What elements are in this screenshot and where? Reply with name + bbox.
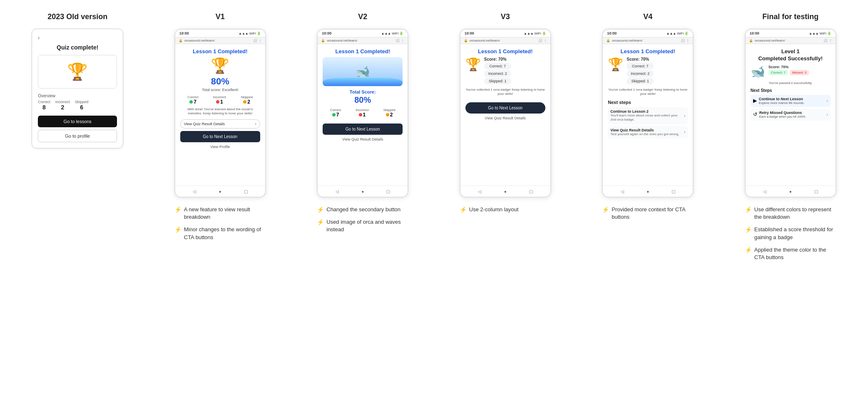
incorrect-dot-v2: [359, 113, 362, 116]
bullet-v3-0: ⚡ Use 2-column layout: [460, 206, 551, 213]
phone-content-v1: Lesson 1 Completed! 🏆 80% Total score: E…: [175, 44, 265, 185]
final-step-label-1: Retry Missed Questions: [759, 111, 827, 115]
orca-icon-final: 🐋: [751, 65, 765, 79]
skipped-item: Skipped 6: [75, 100, 89, 111]
bullets-v2: ⚡ Changed the secondary button ⚡ Used im…: [317, 206, 408, 239]
correct-badge-v4: Correct: 7: [627, 63, 654, 69]
phone-v4: 10:00 ▲▲▲ WiFi 🔋 🔒 orcasound.net/learn/ …: [602, 29, 694, 198]
view-quiz-result-btn-v1[interactable]: View Quiz Result Details ›: [180, 119, 260, 129]
incorrect-stat-label-v1: Incorrect: [213, 95, 226, 99]
bullet-text-final-2: Applied the theme color to the CTA butto…: [754, 246, 836, 261]
lesson-completed-v3: Lesson 1 Completed!: [465, 48, 545, 54]
wifi-icon-final: WiFi: [820, 32, 826, 35]
orca-text-v4: You've collected 1 orca badge! Keep list…: [608, 88, 688, 96]
bullets-v1: ⚡ A new feature to view result breakdown…: [174, 206, 266, 246]
next-step-item-v4-1[interactable]: View Quiz Result Details Test yourself a…: [608, 126, 688, 138]
view-quiz-link-v3[interactable]: View Quiz Result Details: [465, 116, 545, 120]
address-bar-final[interactable]: 🔒 orcasound.net/learn/ ⬜ ⋮: [746, 37, 836, 44]
lightning-icon-v1-1: ⚡: [174, 226, 182, 233]
next-steps-title-v4: Next steps: [608, 100, 688, 105]
next-step-item-v4-0[interactable]: Continue to Lesson 2 You'll learn more a…: [608, 107, 688, 124]
missed-badge-final: Missed: 3: [790, 70, 809, 75]
signal-icon-v3: ▲▲▲: [524, 32, 534, 35]
correct-badge-final: Correct: 7: [769, 70, 788, 75]
home-nav-v4[interactable]: ●: [644, 188, 652, 194]
final-step-text-0: Continue to Next Lesson Explore more mar…: [759, 97, 827, 105]
back-arrow[interactable]: ‹: [38, 35, 117, 41]
chevron-right-icon: ›: [255, 122, 256, 126]
address-bar-v2[interactable]: 🔒 orcasound.net/learn/ ⬜ ⋮: [318, 37, 408, 44]
back-nav-v4[interactable]: ◁: [618, 188, 627, 194]
address-bar-v4[interactable]: 🔒 orcasound.net/learn/ ⬜ ⋮: [603, 37, 693, 44]
home-nav-v3[interactable]: ●: [501, 188, 510, 194]
bullet-v2-1: ⚡ Used image of orca and waves instead: [317, 218, 408, 233]
next-step-final-1[interactable]: ↺ Retry Missed Questions Earn a badge wh…: [751, 109, 831, 121]
back-nav-v3[interactable]: ◁: [475, 188, 484, 194]
go-to-next-lesson-btn-v1[interactable]: Go to Next Lesson: [180, 131, 260, 142]
time-v4: 10:00: [607, 31, 617, 35]
trophy-box: 🏆: [38, 55, 117, 89]
well-done-v1: Well done! You've learned about the ocea…: [180, 107, 260, 116]
tab-icon-v4: ⬜: [681, 39, 685, 42]
total-score-label-v2: Total Score:: [323, 89, 403, 94]
back-nav-v2[interactable]: ◁: [333, 188, 341, 194]
status-icons-v4: ▲▲▲ WiFi 🔋: [666, 32, 689, 35]
next-step-text-v4-0: Continue to Lesson 2 You'll learn more a…: [610, 109, 684, 122]
square-nav-v4[interactable]: ▢: [669, 188, 678, 194]
globe-icon-v2: 🔒: [321, 39, 325, 42]
view-profile-link-v1[interactable]: View Profile: [180, 145, 260, 149]
square-nav-final[interactable]: ▢: [812, 188, 820, 194]
trophy-left-v4: 🏆 Score: 70% Correct: 7 Incorrect: 2 Ski…: [608, 57, 688, 84]
column-final: Final for testing 10:00 ▲▲▲ WiFi 🔋 🔒 orc…: [721, 12, 860, 266]
time-v3: 10:00: [465, 31, 474, 35]
phone-content-v2: Lesson 1 Completed! 🐋 Total Score: 80% C…: [318, 44, 408, 185]
address-bar-v1[interactable]: 🔒 orcasound.net/learn/ ⬜ ⋮: [175, 37, 265, 44]
square-nav-v3[interactable]: ▢: [527, 188, 535, 194]
lightning-icon-v3-0: ⚡: [460, 206, 467, 213]
view-quiz-link-v2[interactable]: View Quiz Result Details: [323, 137, 403, 141]
skipped-stat-v1: Skipped 2: [241, 95, 253, 105]
correct-item: Correct 8: [38, 100, 50, 111]
correct-stat-v1: Correct 7: [187, 95, 198, 105]
go-to-next-lesson-btn-v2[interactable]: Go to Next Lesson: [323, 124, 403, 135]
chevron-final-1: ›: [826, 112, 828, 117]
home-nav-v1[interactable]: ●: [216, 188, 224, 194]
chevron-v4-0: ›: [684, 114, 685, 118]
lightning-icon-v4-0: ⚡: [602, 206, 609, 213]
square-nav-v2[interactable]: ▢: [384, 188, 393, 194]
go-to-profile-button[interactable]: Go to profile: [38, 130, 117, 142]
correct-stat-v2: Correct 7: [330, 108, 341, 118]
skipped-dot-v1: [243, 100, 246, 104]
back-nav-v1[interactable]: ◁: [190, 188, 199, 194]
score-percent-v2: 80%: [323, 95, 403, 105]
status-bar-v4: 10:00 ▲▲▲ WiFi 🔋: [603, 30, 693, 37]
lightning-icon-final-2: ⚡: [745, 247, 752, 253]
go-to-lessons-button[interactable]: Go to lessons: [38, 116, 117, 127]
next-step-final-0[interactable]: ▶ Continue to Next Lesson Explore more m…: [751, 95, 831, 107]
final-step-desc-0: Explore more marine life sounds.: [759, 101, 827, 105]
incorrect-dot-v1: [216, 100, 219, 104]
score-label-v1: Total score: Excellent!: [180, 88, 260, 92]
skipped-badge-v4: Skipped: 1: [627, 78, 654, 84]
overview-section: Overview Correct 8 Incorrect 2 Skipped 6: [38, 94, 117, 111]
home-nav-final[interactable]: ●: [786, 188, 795, 194]
globe-icon-v4: 🔒: [606, 39, 610, 42]
score-section-final: Score: 70% Correct: 7 Missed: 3: [769, 65, 809, 75]
go-to-next-lesson-btn-v3[interactable]: Go to Next Lesson: [465, 102, 545, 114]
column-v4: V4 10:00 ▲▲▲ WiFi 🔋 🔒 orcasound.net/lear…: [579, 12, 717, 226]
title-v3: V3: [501, 12, 510, 21]
back-nav-final[interactable]: ◁: [761, 188, 769, 194]
wifi-icon-v2: WiFi: [392, 32, 398, 35]
next-step-desc-v4-0: You'll learn more about orcas and collec…: [610, 114, 684, 122]
phone-final: 10:00 ▲▲▲ WiFi 🔋 🔒 orcasound.net/learn/ …: [745, 29, 836, 198]
square-nav-v1[interactable]: ▢: [241, 188, 250, 194]
bullets-final: ⚡ Use different colors to represent the …: [745, 206, 836, 266]
bullet-text-v1-1: Minor changes to the wording of CTA butt…: [184, 226, 266, 241]
address-bar-v3[interactable]: 🔒 orcasound.net/learn/ ⬜ ⋮: [460, 37, 550, 44]
score-text-v4: Score: 70%: [627, 57, 654, 62]
home-nav-v2[interactable]: ●: [358, 188, 367, 194]
status-icons-v1: ▲▲▲ WiFi 🔋: [239, 32, 261, 35]
final-step-label-0: Continue to Next Lesson: [759, 97, 827, 101]
time-v2: 10:00: [322, 31, 331, 35]
browser-icons-v2: ⬜ ⋮: [395, 39, 404, 42]
